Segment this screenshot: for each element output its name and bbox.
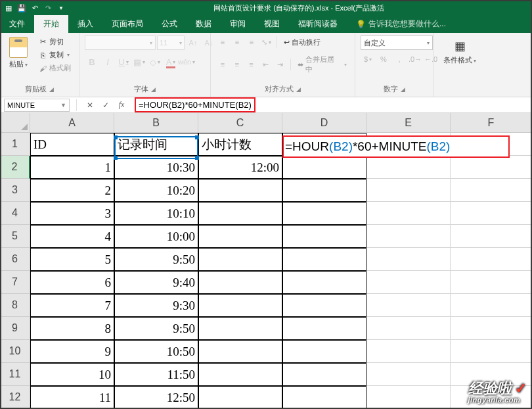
font-size-combo[interactable]: 11▾ [157,36,185,50]
tab-insert[interactable]: 插入 [68,15,102,33]
cell-A12[interactable]: 11 [30,386,114,409]
cell-E2[interactable] [366,156,451,179]
inc-decimal-button[interactable]: .0→ [408,52,422,66]
row-header-3[interactable]: 3 [0,179,30,202]
cell-A3[interactable]: 2 [30,179,114,202]
col-header-C[interactable]: C [198,113,282,133]
row-header-8[interactable]: 8 [0,294,30,317]
row-header-9[interactable]: 9 [0,317,30,340]
cell-F8[interactable] [451,294,532,317]
cancel-formula-button[interactable]: ✕ [82,99,98,112]
cell-F9[interactable] [451,317,532,340]
cell-F4[interactable] [451,202,532,225]
formula-input[interactable]: =HOUR(B2)*60+MINUTE(B2) [135,97,255,112]
cell-B12[interactable]: 12:50 [114,386,198,409]
align-right-button[interactable]: ≡ [245,58,258,71]
cell-A11[interactable]: 10 [30,363,114,386]
cell-C9[interactable] [198,317,282,340]
cell-C11[interactable] [198,363,282,386]
expand-icon[interactable]: ◢ [296,86,301,93]
cell-E5[interactable] [366,225,451,248]
align-left-button[interactable]: ≡ [216,58,229,71]
row-header-12[interactable]: 12 [0,386,30,409]
fx-button[interactable]: fx [114,99,129,112]
cell-C6[interactable] [198,248,282,271]
editing-cell-overlay[interactable]: =HOUR(B2)*60+MINUTE(B2) [282,135,510,158]
conditional-format-button[interactable]: ▦ 条件格式▾ [439,36,480,66]
align-middle-button[interactable]: ≡ [231,36,244,49]
tab-formula[interactable]: 公式 [152,15,187,33]
select-all-corner[interactable] [0,113,30,133]
cell-C10[interactable] [198,340,282,363]
tab-file[interactable]: 文件 [0,15,34,33]
currency-button[interactable]: $▾ [361,52,375,66]
phonetic-button[interactable]: wén▾ [179,55,194,69]
row-header-5[interactable]: 5 [0,225,30,248]
comma-button[interactable]: , [392,52,407,66]
cell-A5[interactable]: 4 [30,225,114,248]
cell-D3[interactable] [282,179,366,202]
cell-F2[interactable] [451,156,532,179]
percent-button[interactable]: % [376,52,391,66]
qat-dropdown-icon[interactable]: ▼ [56,3,66,12]
col-header-A[interactable]: A [30,113,114,133]
cell-A7[interactable]: 6 [30,271,114,294]
accept-formula-button[interactable]: ✓ [98,99,114,112]
cell-B10[interactable]: 10:50 [114,340,198,363]
cell-C4[interactable] [198,202,282,225]
tab-view[interactable]: 视图 [255,15,289,33]
cell-D5[interactable] [282,225,366,248]
tab-layout[interactable]: 页面布局 [102,15,152,33]
cell-B3[interactable]: 10:20 [114,179,198,202]
col-header-B[interactable]: B [114,113,198,133]
cell-E9[interactable] [366,317,451,340]
cell-E8[interactable] [366,294,451,317]
cell-E6[interactable] [366,248,451,271]
cell-D6[interactable] [282,248,366,271]
cell-D9[interactable] [282,317,366,340]
font-color-button[interactable]: A▾ [164,55,178,69]
format-painter-button[interactable]: 🖌格式刷 [35,62,74,74]
align-center-button[interactable]: ≡ [231,58,244,71]
cell-F5[interactable] [451,225,532,248]
bold-button[interactable]: B [85,55,99,69]
cell-B5[interactable]: 10:00 [114,225,198,248]
cell-A1[interactable]: ID [30,133,114,156]
expand-icon[interactable]: ◢ [401,86,405,93]
cell-A9[interactable]: 8 [30,317,114,340]
cell-D8[interactable] [282,294,366,317]
tab-home[interactable]: 开始 [34,15,68,33]
row-header-2[interactable]: 2 [0,156,30,179]
cell-F7[interactable] [451,271,532,294]
cell-B1[interactable]: 记录时间 [114,133,198,156]
name-box[interactable]: MINUTE ▼ [4,99,70,112]
expand-icon[interactable]: ◢ [151,86,156,93]
cell-C2[interactable]: 12:00 [198,156,282,179]
undo-icon[interactable]: ↶ [30,3,39,12]
align-bottom-button[interactable]: ≡ [245,36,258,49]
cell-B2[interactable]: 10:30 [114,156,198,179]
cell-E4[interactable] [366,202,451,225]
row-header-1[interactable]: 1 [0,133,30,156]
cell-D2[interactable] [282,156,366,179]
cell-F6[interactable] [451,248,532,271]
expand-icon[interactable]: ◢ [49,86,54,93]
cell-E7[interactable] [366,271,451,294]
cell-B9[interactable]: 9:50 [114,317,198,340]
row-header-11[interactable]: 11 [0,363,30,386]
row-header-4[interactable]: 4 [0,202,30,225]
cell-C7[interactable] [198,271,282,294]
row-header-7[interactable]: 7 [0,271,30,294]
number-format-combo[interactable]: 自定义▾ [361,36,433,50]
tell-me[interactable]: 💡 告诉我您想要做什么... [347,15,455,33]
cell-B8[interactable]: 9:30 [114,294,198,317]
cell-D12[interactable] [282,386,366,409]
cell-C5[interactable] [198,225,282,248]
cell-D10[interactable] [282,340,366,363]
cell-A2[interactable]: 1 [30,156,114,179]
italic-button[interactable]: I [100,55,115,69]
wrap-text-button[interactable]: ↩自动换行 [281,36,323,49]
save-icon[interactable]: 💾 [17,3,26,12]
cell-E10[interactable] [366,340,451,363]
font-grow-button[interactable]: A↑ [186,36,200,50]
